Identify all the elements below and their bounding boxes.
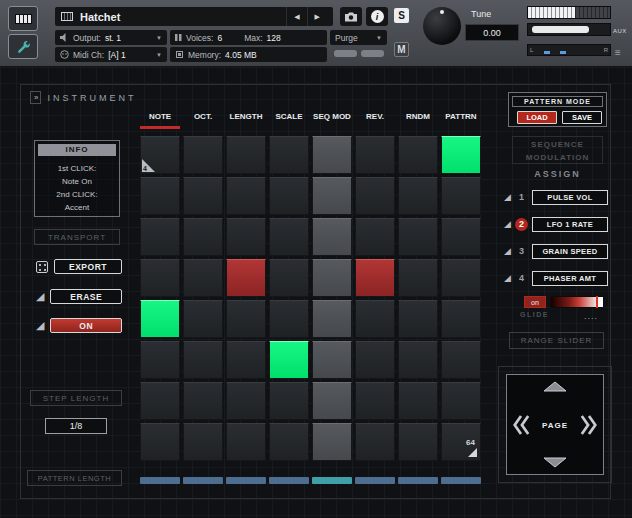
snapshot-camera-button[interactable]: [340, 7, 362, 26]
purge-menu[interactable]: Purge ▼: [330, 30, 387, 45]
tune-value-display[interactable]: 0.00: [465, 24, 519, 41]
glide-slider[interactable]: [550, 296, 604, 308]
step-cell-r0-c4[interactable]: [312, 136, 352, 174]
step-cell-r7-c2[interactable]: [226, 423, 266, 461]
step-cell-r4-c3[interactable]: [269, 300, 309, 338]
step-cell-r6-c0[interactable]: [140, 382, 180, 420]
column-header-scale[interactable]: SCALE: [269, 112, 309, 121]
column-value-bar-3[interactable]: [269, 477, 309, 484]
step-cell-r3-c3[interactable]: [269, 259, 309, 297]
step-cell-r1-c7[interactable]: [441, 177, 481, 215]
step-cell-r5-c4[interactable]: [312, 341, 352, 379]
step-cell-r7-c3[interactable]: [269, 423, 309, 461]
column-header-rndm[interactable]: RNDM: [398, 112, 438, 121]
step-cell-r2-c5[interactable]: [355, 218, 395, 256]
erase-button[interactable]: ERASE: [50, 289, 122, 304]
glide-on-button[interactable]: on: [524, 296, 546, 308]
assign-target-select-4[interactable]: PHASER AMT: [532, 271, 608, 286]
output-select[interactable]: Output: st. 1 ▼: [55, 30, 167, 45]
step-cell-r4-c5[interactable]: [355, 300, 395, 338]
step-cell-r2-c0[interactable]: [140, 218, 180, 256]
step-cell-r3-c1[interactable]: [183, 259, 223, 297]
step-cell-r0-c5[interactable]: [355, 136, 395, 174]
column-value-bar-6[interactable]: [398, 477, 438, 484]
step-cell-r3-c2[interactable]: [226, 259, 266, 297]
step-cell-r4-c0[interactable]: [140, 300, 180, 338]
sequencer-on-button[interactable]: ON: [50, 318, 122, 333]
keyboard-view-button[interactable]: [8, 6, 38, 31]
step-cell-r6-c3[interactable]: [269, 382, 309, 420]
step-cell-r3-c0[interactable]: [140, 259, 180, 297]
step-cell-r1-c2[interactable]: [226, 177, 266, 215]
step-cell-r0-c6[interactable]: [398, 136, 438, 174]
step-cell-r7-c4[interactable]: [312, 423, 352, 461]
step-cell-r5-c7[interactable]: [441, 341, 481, 379]
column-header-length[interactable]: LENGTH: [226, 112, 266, 121]
step-cell-r2-c6[interactable]: [398, 218, 438, 256]
step-cell-r7-c0[interactable]: [140, 423, 180, 461]
pattern-load-button[interactable]: LOAD: [517, 111, 557, 124]
next-instrument-button[interactable]: ▶: [307, 7, 327, 26]
column-header-note[interactable]: NOTE: [140, 112, 180, 121]
step-cell-r2-c2[interactable]: [226, 218, 266, 256]
column-value-bar-0[interactable]: [140, 477, 180, 484]
step-cell-r7-c6[interactable]: [398, 423, 438, 461]
assign-slot-number-2[interactable]: 2: [515, 218, 528, 231]
step-cell-r7-c5[interactable]: [355, 423, 395, 461]
step-cell-r6-c1[interactable]: [183, 382, 223, 420]
step-cell-r3-c7[interactable]: [441, 259, 481, 297]
assign-target-select-2[interactable]: LFO 1 RATE: [532, 217, 608, 232]
column-header-pattrn[interactable]: PATTRN: [441, 112, 481, 121]
step-cell-r1-c6[interactable]: [398, 177, 438, 215]
menu-icon[interactable]: ≡: [615, 47, 621, 58]
page-right-button[interactable]: [580, 412, 598, 438]
step-cell-r7-c1[interactable]: [183, 423, 223, 461]
mute-button[interactable]: M: [394, 42, 409, 57]
step-cell-r2-c1[interactable]: [183, 218, 223, 256]
step-cell-r1-c0[interactable]: [140, 177, 180, 215]
step-cell-r4-c1[interactable]: [183, 300, 223, 338]
step-cell-r5-c1[interactable]: [183, 341, 223, 379]
step-cell-r5-c5[interactable]: [355, 341, 395, 379]
assign-target-select-1[interactable]: PULSE VOL: [532, 190, 608, 205]
step-cell-r1-c4[interactable]: [312, 177, 352, 215]
step-cell-r0-c0[interactable]: 4: [140, 136, 180, 174]
tune-knob[interactable]: [423, 7, 461, 45]
step-cell-r6-c4[interactable]: [312, 382, 352, 420]
page-down-button[interactable]: [542, 456, 568, 469]
page-up-button[interactable]: [542, 380, 568, 393]
step-cell-r4-c2[interactable]: [226, 300, 266, 338]
step-cell-r5-c0[interactable]: [140, 341, 180, 379]
pattern-save-button[interactable]: SAVE: [562, 111, 602, 124]
assign-target-select-3[interactable]: GRAIN SPEED: [532, 244, 608, 259]
step-cell-r1-c5[interactable]: [355, 177, 395, 215]
prev-instrument-button[interactable]: ◀: [286, 7, 306, 26]
column-value-bar-5[interactable]: [355, 477, 395, 484]
step-cell-r4-c4[interactable]: [312, 300, 352, 338]
solo-button[interactable]: S: [394, 8, 409, 23]
assign-slot-number-4[interactable]: 4: [515, 272, 528, 285]
step-cell-r0-c3[interactable]: [269, 136, 309, 174]
assign-slot-number-1[interactable]: 1: [515, 191, 528, 204]
step-cell-r6-c5[interactable]: [355, 382, 395, 420]
step-cell-r2-c4[interactable]: [312, 218, 352, 256]
info-button[interactable]: i: [366, 7, 388, 26]
step-cell-r4-c7[interactable]: [441, 300, 481, 338]
step-cell-r7-c7[interactable]: 64: [441, 423, 481, 461]
column-value-bar-1[interactable]: [183, 477, 223, 484]
column-value-bar-4[interactable]: [312, 477, 352, 484]
column-value-bar-2[interactable]: [226, 477, 266, 484]
column-header-rev[interactable]: REV.: [355, 112, 395, 121]
step-cell-r3-c5[interactable]: [355, 259, 395, 297]
page-left-button[interactable]: [512, 412, 530, 438]
step-length-select[interactable]: 1/8: [45, 418, 107, 434]
step-cell-r6-c6[interactable]: [398, 382, 438, 420]
step-cell-r4-c6[interactable]: [398, 300, 438, 338]
step-cell-r2-c7[interactable]: [441, 218, 481, 256]
step-cell-r0-c1[interactable]: [183, 136, 223, 174]
column-value-bar-7[interactable]: [441, 477, 481, 484]
step-cell-r6-c2[interactable]: [226, 382, 266, 420]
export-button[interactable]: EXPORT: [54, 259, 122, 274]
step-cell-r3-c6[interactable]: [398, 259, 438, 297]
step-cell-r5-c3[interactable]: [269, 341, 309, 379]
